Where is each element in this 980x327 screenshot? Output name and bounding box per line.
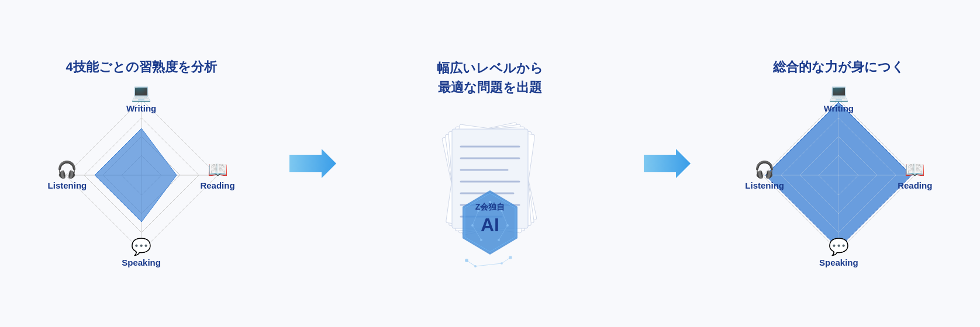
writing-label-3: Writing: [824, 103, 854, 113]
svg-marker-7: [289, 149, 336, 178]
arrow-2-svg: [644, 146, 691, 181]
svg-line-41: [467, 260, 475, 266]
svg-line-43: [502, 258, 510, 263]
listening-icon-3: 🎧: [754, 160, 775, 179]
label-reading-1: 📖 Reading: [200, 160, 234, 190]
main-container: 4技能ごとの習熟度を分析 💻 Wr: [0, 0, 980, 327]
svg-text:Z会独自: Z会独自: [475, 202, 505, 211]
svg-line-42: [475, 263, 502, 266]
svg-marker-44: [644, 149, 691, 178]
reading-label-3: Reading: [898, 180, 932, 190]
reading-label-1: Reading: [200, 180, 234, 190]
section-3-title: 総合的な力が身につく: [773, 58, 905, 76]
label-listening-1: 🎧 Listening: [48, 160, 87, 190]
writing-label-1: Writing: [126, 103, 156, 113]
section-1: 4技能ごとの習熟度を分析 💻 Wr: [48, 58, 235, 269]
section-1-title: 4技能ごとの習熟度を分析: [65, 58, 216, 76]
section-2: 幅広いレベルから 最適な問題を出題: [391, 58, 589, 269]
ai-visual: Z会独自 AI: [408, 106, 572, 269]
label-listening-3: 🎧 Listening: [745, 160, 784, 190]
listening-icon-1: 🎧: [57, 160, 77, 179]
writing-icon-1: 💻: [131, 83, 151, 102]
arrow-2: [644, 146, 691, 181]
reading-icon-1: 📖: [208, 160, 228, 179]
section-2-title: 幅広いレベルから 最適な問題を出題: [437, 58, 543, 97]
listening-label-3: Listening: [745, 180, 784, 190]
speaking-icon-1: 💬: [131, 237, 151, 256]
speaking-label-3: Speaking: [819, 258, 858, 267]
radar-3-container: 💻 Writing 🎧 Listening 📖 Reading 💬 Speaki…: [745, 82, 932, 269]
speaking-label-1: Speaking: [122, 258, 161, 267]
radar-1-container: 💻 Writing 🎧 Listening 📖 Reading 💬 Speaki…: [48, 82, 235, 269]
label-reading-3: 📖 Reading: [898, 160, 932, 190]
listening-label-1: Listening: [48, 180, 87, 190]
svg-text:AI: AI: [481, 214, 499, 235]
arrow-1-svg: [289, 146, 336, 181]
speaking-icon-3: 💬: [829, 237, 849, 256]
writing-icon-3: 💻: [829, 83, 849, 102]
label-writing-1: 💻 Writing: [126, 83, 156, 113]
svg-marker-6: [95, 128, 177, 222]
paper-stack-svg: Z会独自 AI: [408, 106, 572, 269]
label-writing-3: 💻 Writing: [824, 83, 854, 113]
label-speaking-1: 💬 Speaking: [122, 237, 161, 267]
section-3: 総合的な力が身につく: [745, 58, 932, 269]
arrow-1: [289, 146, 336, 181]
label-speaking-3: 💬 Speaking: [819, 237, 858, 267]
reading-icon-3: 📖: [905, 160, 925, 179]
